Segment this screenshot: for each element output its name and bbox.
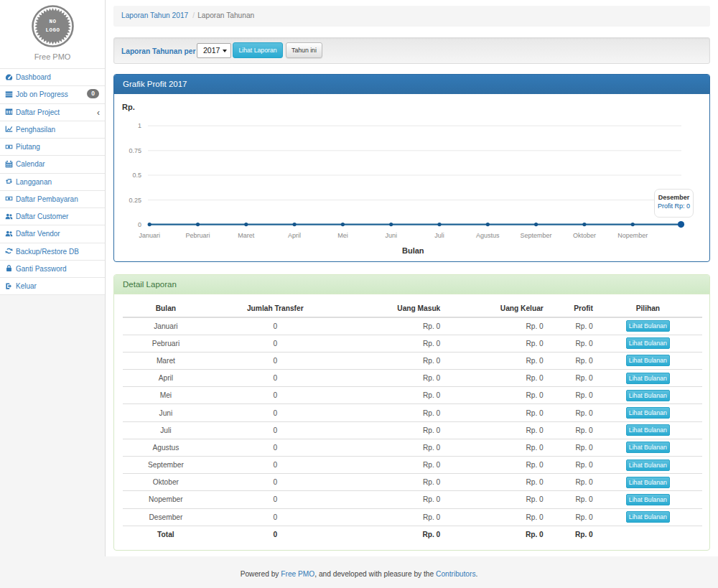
svg-text:September: September — [521, 232, 552, 239]
svg-text:0: 0 — [138, 221, 141, 228]
svg-text:Nopember: Nopember — [617, 232, 648, 239]
svg-text:Juni: Juni — [385, 232, 397, 239]
svg-text:April: April — [288, 232, 301, 239]
svg-text:Pebruari: Pebruari — [185, 232, 210, 239]
svg-text:0.75: 0.75 — [129, 147, 141, 154]
svg-text:Oktober: Oktober — [573, 232, 596, 239]
svg-text:0.25: 0.25 — [129, 197, 141, 204]
svg-text:Maret: Maret — [238, 232, 255, 239]
svg-text:LOGO: LOGO — [45, 27, 60, 33]
svg-text:Januari: Januari — [139, 232, 160, 239]
svg-text:Juli: Juli — [434, 232, 444, 239]
svg-text:1: 1 — [138, 122, 141, 129]
svg-text:Agustus: Agustus — [476, 232, 500, 239]
svg-text:0.5: 0.5 — [132, 172, 141, 179]
svg-text:Mei: Mei — [337, 232, 348, 239]
svg-text:NO: NO — [49, 19, 56, 24]
